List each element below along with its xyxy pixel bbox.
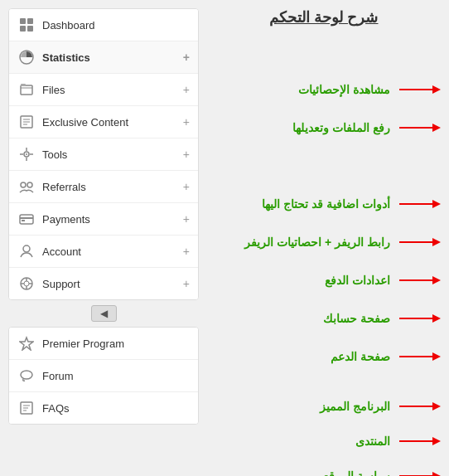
- annotation-text-faqs: سياسة الموقع: [323, 469, 390, 476]
- premier-program-icon: [17, 334, 36, 352]
- support-plus: +: [183, 277, 190, 290]
- svg-rect-0: [20, 18, 26, 24]
- annotation-row-exclusive: [207, 148, 441, 184]
- annotation-text-statistics: مشاهدة الإحصائيات: [298, 83, 390, 96]
- payments-plus: +: [183, 212, 190, 226]
- annotation-text-support: صفحة الدعم: [331, 350, 390, 363]
- annotation-text-files: رفع الملفات وتعديلها: [292, 121, 390, 134]
- arrow-premier: [395, 398, 441, 415]
- sidebar-label-account: Account: [42, 245, 180, 258]
- svg-marker-44: [432, 276, 441, 284]
- annotation-row-payments: اعدادات الدفع: [207, 262, 441, 299]
- svg-marker-54: [432, 472, 441, 476]
- sidebar-item-premier-program[interactable]: Premier Program: [9, 328, 198, 360]
- annotation-row-account: صفحة حسابك: [207, 300, 441, 337]
- svg-rect-2: [20, 26, 26, 32]
- support-icon: [17, 274, 36, 293]
- svg-marker-52: [432, 437, 441, 445]
- svg-marker-46: [432, 314, 441, 323]
- exclusive-content-plus: +: [183, 115, 190, 129]
- referrals-icon: [17, 177, 36, 196]
- faqs-icon: [17, 399, 36, 417]
- arrow-payments: [395, 272, 441, 289]
- arrow-statistics: [395, 81, 441, 98]
- sidebar-item-dashboard[interactable]: Dashboard: [9, 9, 198, 41]
- svg-point-17: [21, 182, 26, 187]
- annotation-text-premier: البرنامج المميز: [320, 400, 390, 413]
- svg-point-22: [23, 245, 30, 252]
- svg-marker-36: [432, 85, 441, 94]
- sidebar-label-exclusive-content: Exclusive Content: [42, 116, 180, 129]
- sidebar-label-forum: Forum: [42, 370, 190, 382]
- svg-marker-50: [432, 402, 441, 410]
- sidebar-item-exclusive-content[interactable]: Exclusive Content +: [9, 106, 198, 138]
- annotation-row-support: صفحة الدعم: [207, 338, 441, 375]
- svg-marker-38: [432, 124, 441, 132]
- svg-marker-48: [432, 352, 441, 361]
- sidebar-secondary-section: Premier Program Forum: [8, 327, 199, 425]
- payments-icon: [17, 210, 36, 228]
- files-plus: +: [183, 83, 190, 96]
- arrow-tools: [395, 196, 441, 212]
- files-icon: [17, 80, 36, 99]
- sidebar-label-premier-program: Premier Program: [42, 338, 190, 350]
- collapse-button[interactable]: ◀: [91, 305, 117, 322]
- page-title: شرح لوحة التحكم: [207, 8, 441, 27]
- annotation-row-statistics: مشاهدة الإحصائيات: [207, 71, 441, 108]
- arrow-faqs: [395, 468, 441, 476]
- statistics-icon: [17, 48, 36, 66]
- svg-marker-40: [432, 200, 441, 208]
- sidebar-item-support[interactable]: Support +: [9, 268, 198, 299]
- annotation-text-forum: المنتدى: [355, 435, 390, 448]
- annotation-row-files: رفع الملفات وتعديلها: [207, 109, 441, 146]
- dashboard-icon: [17, 16, 36, 34]
- forum-icon: [17, 367, 36, 385]
- sidebar-item-statistics[interactable]: Statistics +: [9, 41, 198, 74]
- sidebar-item-files[interactable]: Files +: [9, 74, 198, 106]
- sidebar-item-account[interactable]: Account +: [9, 236, 198, 268]
- svg-rect-6: [21, 84, 26, 86]
- arrow-referrals: [395, 234, 441, 250]
- sidebar-label-statistics: Statistics: [42, 51, 180, 64]
- annotation-text-referrals: رابط الريفر + احصاتيات الريفر: [244, 236, 390, 249]
- sidebar-item-faqs[interactable]: FAQs: [9, 392, 198, 424]
- svg-rect-1: [27, 18, 33, 24]
- svg-rect-3: [27, 26, 33, 32]
- sidebar-item-referrals[interactable]: Referrals +: [9, 171, 198, 203]
- annotation-text-account: صفحة حسابك: [323, 312, 390, 325]
- referrals-plus: +: [183, 180, 190, 193]
- sidebar-label-faqs: FAQs: [42, 402, 190, 415]
- annotation-row-premier: البرنامج المميز: [207, 390, 441, 423]
- sidebar-item-payments[interactable]: Payments +: [9, 203, 198, 236]
- svg-rect-21: [22, 220, 25, 221]
- sidebar-item-tools[interactable]: Tools +: [9, 138, 198, 171]
- tools-icon: [17, 145, 36, 163]
- svg-point-18: [27, 182, 32, 187]
- annotation-row-dashboard: [207, 33, 441, 70]
- annotation-text-payments: اعدادات الدفع: [325, 274, 390, 287]
- arrow-support: [395, 348, 441, 365]
- account-plus: +: [183, 245, 190, 258]
- svg-point-24: [24, 281, 29, 286]
- arrow-account: [395, 310, 441, 327]
- sidebar-label-files: Files: [42, 84, 180, 96]
- sidebar-label-support: Support: [42, 278, 180, 290]
- annotation-text-tools: أدوات اضافية قد تحتاج اليها: [262, 197, 390, 211]
- svg-point-12: [26, 153, 27, 155]
- svg-rect-19: [20, 215, 33, 224]
- arrow-forum: [395, 433, 441, 449]
- svg-marker-29: [20, 338, 33, 350]
- sidebar-label-tools: Tools: [42, 148, 180, 161]
- sidebar-item-forum[interactable]: Forum: [9, 360, 198, 392]
- statistics-plus: +: [183, 51, 190, 64]
- right-panel: شرح لوحة التحكم مشاهدة الإحصائيات رفع ال…: [207, 8, 441, 476]
- svg-rect-5: [21, 85, 32, 95]
- svg-marker-42: [432, 238, 441, 246]
- annotation-row-referrals: رابط الريفر + احصاتيات الريفر: [207, 224, 441, 260]
- svg-point-30: [21, 371, 32, 379]
- sidebar-label-payments: Payments: [42, 213, 180, 226]
- sidebar-label-referrals: Referrals: [42, 181, 180, 193]
- sidebar-label-dashboard: Dashboard: [42, 19, 190, 32]
- annotation-row-faqs: سياسة الموقع: [207, 459, 441, 476]
- sidebar-main-section: Dashboard Statistics +: [8, 8, 199, 300]
